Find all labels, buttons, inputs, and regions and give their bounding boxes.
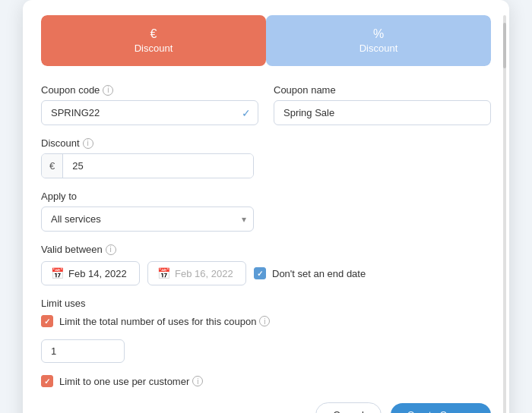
limit-uses-section: Limit uses ✓ Limit the total number of u… — [41, 298, 491, 363]
limit-one-use-info-icon[interactable]: i — [192, 376, 203, 386]
discount-group: Discount i € — [41, 137, 254, 178]
coupon-code-group: Coupon code i ✓ — [41, 84, 258, 125]
scrollbar[interactable] — [503, 15, 506, 413]
limit-total-uses-label: Limit the total number of uses for this … — [59, 316, 270, 327]
discount-type-toggle: € Discount % Discount — [41, 15, 491, 66]
limit-one-checkmark: ✓ — [44, 377, 50, 386]
limit-total-checkmark: ✓ — [44, 317, 50, 326]
coupon-name-label: Coupon name — [274, 84, 491, 96]
discount-value-input[interactable] — [63, 154, 253, 178]
limit-uses-section-label: Limit uses — [41, 298, 491, 309]
coupon-modal: € Discount % Discount Coupon code i ✓ Co… — [23, 0, 509, 413]
coupon-code-check-icon: ✓ — [242, 107, 251, 119]
euro-icon: € — [58, 27, 249, 41]
coupon-code-input[interactable] — [41, 100, 258, 125]
limit-one-use-label: Limit to one use per customer i — [59, 376, 203, 387]
start-date-value: Feb 14, 2022 — [68, 268, 127, 279]
dont-set-checkmark: ✓ — [257, 270, 263, 278]
limit-total-info-icon[interactable]: i — [259, 316, 270, 326]
apply-to-select-wrapper: All services Specific services ▾ — [41, 206, 254, 232]
end-date-calendar-icon: 📅 — [157, 267, 170, 279]
limit-total-uses-row: ✓ Limit the total number of uses for thi… — [41, 315, 491, 327]
dont-set-end-date-checkbox[interactable]: ✓ — [254, 267, 266, 279]
coupon-name-group: Coupon name — [274, 84, 491, 125]
start-date-calendar-icon: 📅 — [51, 267, 64, 279]
create-coupon-button[interactable]: Create Coupon — [391, 403, 491, 413]
start-date-input[interactable]: 📅 Feb 14, 2022 — [41, 261, 140, 285]
coupon-code-info-icon[interactable]: i — [103, 85, 113, 96]
apply-to-select[interactable]: All services Specific services — [41, 206, 254, 232]
modal-footer: Cancel Create Coupon — [41, 402, 491, 413]
apply-to-label: Apply to — [41, 191, 254, 202]
scrollbar-thumb[interactable] — [503, 23, 506, 68]
limit-one-use-checkbox[interactable]: ✓ — [41, 375, 53, 387]
dont-set-end-date-row: ✓ Don't set an end date — [254, 267, 366, 279]
date-row: 📅 Feb 14, 2022 📅 Feb 16, 2022 ✓ Don't se… — [41, 261, 491, 285]
percent-icon: % — [283, 27, 474, 41]
cancel-button[interactable]: Cancel — [315, 402, 381, 413]
euro-currency-symbol: € — [42, 154, 63, 178]
limit-uses-value-input[interactable] — [41, 339, 125, 363]
valid-between-section: Valid between i 📅 Feb 14, 2022 📅 Feb 16,… — [41, 244, 491, 285]
end-date-input[interactable]: 📅 Feb 16, 2022 — [147, 261, 246, 285]
coupon-code-label: Coupon code i — [41, 84, 258, 96]
limit-one-use-row: ✓ Limit to one use per customer i — [41, 375, 491, 387]
coupon-row: Coupon code i ✓ Coupon name — [41, 84, 491, 125]
discount-input-wrapper: € — [41, 153, 254, 178]
valid-between-label: Valid between i — [41, 244, 491, 255]
discount-info-icon[interactable]: i — [83, 138, 93, 149]
apply-to-group: Apply to All services Specific services … — [41, 191, 254, 232]
euro-discount-label: Discount — [135, 43, 173, 54]
euro-discount-button[interactable]: € Discount — [41, 15, 266, 66]
discount-label: Discount i — [41, 137, 254, 149]
limit-total-uses-checkbox[interactable]: ✓ — [41, 315, 53, 327]
coupon-code-input-wrapper: ✓ — [41, 100, 258, 125]
coupon-name-input[interactable] — [274, 100, 491, 125]
percent-discount-label: Discount — [359, 43, 398, 54]
valid-between-info-icon[interactable]: i — [106, 244, 116, 255]
percent-discount-button[interactable]: % Discount — [266, 15, 491, 66]
end-date-value: Feb 16, 2022 — [175, 268, 233, 279]
dont-set-end-date-label: Don't set an end date — [272, 268, 366, 279]
